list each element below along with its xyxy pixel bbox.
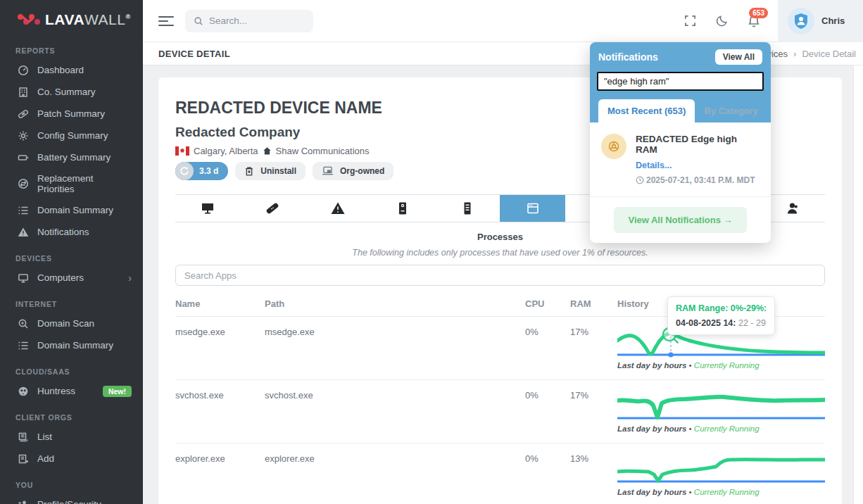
laptop-icon [322, 166, 334, 176]
person-key-icon [17, 498, 29, 504]
monitor-icon [200, 201, 215, 216]
org-list-icon [17, 431, 29, 443]
item-label: List [37, 431, 52, 442]
tab-storage[interactable] [370, 195, 435, 222]
notification-details-link[interactable]: Details... [636, 160, 760, 170]
sidebar-item-patch-summary[interactable]: Patch Summary [0, 103, 143, 125]
item-label: Replacement Priorities [37, 173, 132, 194]
sidebar-item-co-summary[interactable]: Co. Summary [0, 81, 143, 103]
brand-logo[interactable]: LAVAWALL® [0, 0, 143, 35]
scrollbar[interactable] [853, 65, 863, 504]
sidebar-item-add[interactable]: Add [0, 448, 143, 470]
item-label: Domain Summary [37, 340, 113, 351]
tooltip-range: RAM Range: 0%-29%: [676, 303, 767, 313]
ownership-label: Org-owned [340, 166, 384, 176]
section-reports: REPORTS [0, 35, 143, 59]
tab-alerts[interactable] [305, 195, 370, 222]
process-name: explorer.exe [175, 443, 265, 504]
col-path[interactable]: Path [265, 293, 525, 317]
trash-icon [244, 166, 254, 177]
monitor-icon [17, 272, 29, 284]
process-name: msedge.exe [175, 317, 265, 380]
item-label: Patch Summary [37, 108, 105, 119]
item-label: Add [37, 453, 54, 464]
warning-triangle-icon [17, 226, 29, 238]
uninstall-label: Uninstall [260, 166, 296, 176]
section-cloud-saas: CLOUD/SAAS [0, 356, 143, 380]
notification-timestamp: 2025-07-21, 03:41 P.M. MDT [636, 175, 760, 185]
process-ram: 17% [570, 317, 617, 380]
history-sparkline[interactable] [617, 390, 825, 421]
process-cpu: 0% [525, 380, 570, 443]
fullscreen-icon[interactable] [684, 14, 697, 27]
sidebar-item-profile-security[interactable]: Profile/Security [0, 493, 143, 504]
tab-by-category[interactable]: By Category [695, 99, 767, 122]
apps-search-input[interactable] [175, 265, 825, 286]
item-label: Huntress [37, 386, 75, 396]
sidebar-item-battery-summary[interactable]: Battery Summary [0, 146, 143, 168]
tab-system[interactable] [435, 195, 500, 222]
section-you: YOU [0, 470, 143, 493]
hover-point [668, 352, 673, 357]
canada-flag-icon [175, 146, 189, 156]
sidebar-item-notifications[interactable]: Notifications [0, 221, 143, 243]
search-icon [194, 16, 203, 26]
server-icon [460, 201, 475, 216]
user-name: Chris [821, 15, 845, 26]
breadcrumb-current: Device Detail [802, 49, 856, 59]
battery-icon [17, 151, 29, 163]
sparkline-caption: Last day by hours • Currently Running [617, 361, 825, 370]
col-name[interactable]: Name [175, 293, 265, 317]
view-all-notifications-button[interactable]: View All Notifications → [614, 207, 746, 233]
app-window-icon [525, 201, 541, 216]
process-path: svchost.exe [265, 380, 525, 443]
ownership-badge[interactable]: Org-owned [313, 162, 393, 180]
sidebar-item-domain-scan[interactable]: Domain Scan [0, 313, 143, 334]
notifications-bell-icon[interactable]: 653 [747, 14, 761, 28]
sidebar-item-domain-summary-2[interactable]: Domain Summary [0, 334, 143, 356]
process-path: msedge.exe [265, 317, 525, 380]
uninstall-button[interactable]: Uninstall [235, 162, 305, 180]
item-label: Profile/Security [37, 499, 101, 504]
list-icon [17, 339, 29, 351]
bandage-icon [17, 108, 29, 120]
process-cpu: 0% [525, 443, 570, 504]
tab-processes[interactable] [500, 195, 565, 222]
item-label: Dashboard [37, 65, 84, 75]
view-all-button[interactable]: View All [715, 49, 762, 65]
sidebar-item-config-summary[interactable]: Config Summary [0, 125, 143, 146]
global-search[interactable]: Search... [185, 10, 313, 32]
sidebar-item-huntress[interactable]: HuntressNew! [0, 380, 143, 402]
process-ram: 17% [570, 380, 617, 443]
sidebar: LAVAWALL® REPORTS Dashboard Co. Summary … [0, 0, 143, 504]
avatar [788, 8, 814, 34]
history-sparkline[interactable] [617, 453, 825, 484]
page-title: DEVICE DETAIL [158, 49, 230, 59]
item-label: Computers [37, 272, 84, 283]
gear-icon [17, 130, 29, 141]
tab-display[interactable] [175, 195, 240, 222]
sidebar-item-computers[interactable]: Computers› [0, 267, 143, 289]
tab-most-recent[interactable]: Most Recent (653) [598, 99, 695, 122]
tab-patches[interactable] [240, 195, 305, 222]
sidebar-item-dashboard[interactable]: Dashboard [0, 59, 143, 81]
col-cpu[interactable]: CPU [525, 293, 570, 317]
sidebar-item-list[interactable]: List [0, 426, 143, 448]
menu-toggle-icon[interactable] [158, 13, 174, 29]
uptime-badge[interactable]: 3.3 d [175, 162, 228, 180]
uptime-value: 3.3 d [199, 166, 218, 176]
notifications-search-input[interactable] [597, 72, 764, 91]
replace-icon [17, 178, 29, 190]
dark-mode-icon[interactable] [715, 14, 729, 27]
sidebar-item-domain-summary[interactable]: Domain Summary [0, 199, 143, 221]
sidebar-item-replacement-priorities[interactable]: Replacement Priorities [0, 168, 143, 199]
col-ram[interactable]: RAM [570, 293, 617, 317]
notification-count-badge: 653 [749, 8, 768, 18]
processes-subtitle: The following includes only processes th… [175, 248, 825, 258]
lavawall-logo-icon [17, 11, 41, 28]
item-label: Domain Summary [37, 205, 113, 215]
user-menu[interactable]: Chris [778, 0, 863, 42]
shield-user-icon [793, 13, 809, 30]
table-row: svchost.exe svchost.exe 0% 17% Last day … [175, 380, 825, 443]
item-label: Co. Summary [37, 87, 96, 97]
